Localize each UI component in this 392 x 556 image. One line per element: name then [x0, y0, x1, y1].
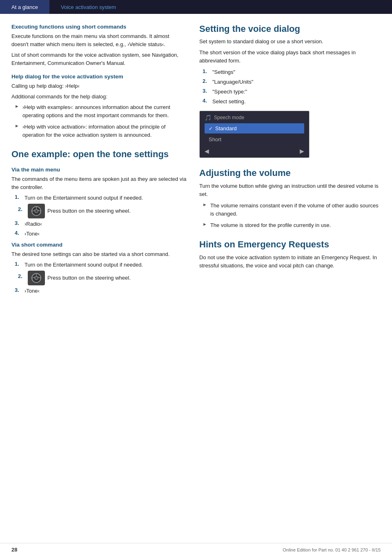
adjusting-volume-desc: Turn the volume button while giving an i… — [199, 182, 381, 198]
section-one-example: One example: open the tone settings Via … — [11, 149, 187, 295]
additional-commands-text: Additional commands for the help dialog: — [11, 93, 187, 101]
step-1b: 1. Turn on the Entertainment sound outpu… — [15, 261, 187, 269]
section-executing-functions: Executing functions using short commands… — [11, 24, 187, 68]
voice-step-3: 3. "Speech type:" — [203, 88, 381, 96]
bullet-help-examples: ► ›Help with examples‹: announces inform… — [15, 103, 187, 120]
section-adjusting-volume: Adjusting the volume Turn the volume but… — [199, 168, 381, 229]
setting-voice-para2: The short version of the voice dialog pl… — [199, 49, 381, 65]
setting-voice-dialog-title: Setting the voice dialog — [199, 24, 381, 34]
footer: 28 Online Edition for Part no. 01 40 2 9… — [0, 543, 392, 556]
via-short-command-title: Via short command — [11, 242, 187, 248]
executing-functions-para2: List of short commands for the voice act… — [11, 51, 187, 67]
step-3b: 3. ›Tone‹ — [15, 287, 187, 295]
svg-text:((*: ((* — [35, 210, 37, 212]
svg-text:((*: ((* — [35, 277, 37, 279]
speech-mode-options: Standard Short — [205, 123, 304, 145]
speech-mode-title: 🎵 Speech mode — [205, 114, 304, 121]
nav-arrow-left: ◀ — [205, 148, 209, 154]
setting-voice-steps: 1. "Settings" 2. "Language/Units" 3. "Sp… — [203, 68, 381, 106]
steering-wheel-button-icon-2: ((* — [28, 271, 45, 285]
bullet-help-voice: ► ›Help with voice activation‹: informat… — [15, 123, 187, 139]
bullet-help-voice-text: ›Help with voice activation‹: informatio… — [22, 123, 187, 139]
volume-bullet-icon-2: ► — [203, 222, 207, 227]
footer-info: Online Edition for Part no. 01 40 2 961 … — [283, 547, 381, 552]
section-setting-voice-dialog: Setting the voice dialog Set system to s… — [199, 24, 381, 158]
right-column: Setting the voice dialog Set system to s… — [199, 24, 381, 297]
step-4a: 4. ›Tone‹ — [15, 230, 187, 238]
nav-arrows: ◀ ▶ — [205, 148, 304, 154]
voice-step-2: 2. "Language/Units" — [203, 78, 381, 86]
header: At a glance Voice activation system — [0, 0, 392, 14]
volume-bullet-2: ► The volume is stored for the profile c… — [203, 221, 381, 229]
step-3a: 3. ›Radio‹ — [15, 220, 187, 228]
speech-mode-display: 🎵 Speech mode Standard Short ◀ ▶ — [199, 111, 310, 158]
via-short-command-steps: 1. Turn on the Entertainment sound outpu… — [15, 261, 187, 295]
tab-voice-activation[interactable]: Voice activation system — [49, 0, 127, 14]
volume-bullet-1-text: The volume remains constant even if the … — [210, 202, 381, 218]
emergency-requests-desc: Do not use the voice activation system t… — [199, 254, 381, 270]
volume-bullet-1: ► The volume remains constant even if th… — [203, 202, 381, 218]
via-main-menu-steps: 1. Turn on the Entertainment sound outpu… — [15, 194, 187, 238]
step-1a: 1. Turn on the Entertainment sound outpu… — [15, 194, 187, 202]
speech-option-short: Short — [205, 134, 304, 145]
voice-step-4: 4. Select setting. — [203, 98, 381, 106]
section-help-dialog: Help dialog for the voice activation sys… — [11, 73, 187, 140]
voice-step-1: 1. "Settings" — [203, 68, 381, 76]
volume-bullet-2-text: The volume is stored for the profile cur… — [210, 221, 331, 229]
left-column: Executing functions using short commands… — [11, 24, 187, 297]
page-number: 28 — [11, 547, 17, 553]
executing-functions-title: Executing functions using short commands — [11, 24, 187, 30]
via-short-command-desc: The desired tone settings can also be st… — [11, 250, 187, 258]
setting-voice-para1: Set system to standard dialog or use a s… — [199, 38, 381, 46]
volume-bullet-icon-1: ► — [203, 202, 207, 207]
adjusting-volume-title: Adjusting the volume — [199, 168, 381, 178]
tab-at-a-glance[interactable]: At a glance — [0, 0, 49, 14]
bullet-icon-2: ► — [15, 123, 19, 128]
bullet-icon-1: ► — [15, 104, 19, 109]
step-2b: 2. ((* Press button — [18, 271, 187, 285]
executing-functions-para1: Execute functions on the main menu via s… — [11, 32, 187, 49]
step-2a: 2. ((* Press button — [18, 204, 187, 218]
via-main-menu-title: Via the main menu — [11, 167, 187, 173]
help-dialog-title: Help dialog for the voice activation sys… — [11, 73, 187, 80]
main-content: Executing functions using short commands… — [0, 14, 392, 321]
emergency-requests-title: Hints on Emergency Requests — [199, 239, 381, 250]
bullet-help-examples-text: ›Help with examples‹: announces informat… — [22, 103, 187, 120]
via-main-menu-desc: The commands of the menu items are spoke… — [11, 175, 187, 191]
one-example-title: One example: open the tone settings — [11, 149, 187, 160]
section-emergency-requests: Hints on Emergency Requests Do not use t… — [199, 239, 381, 270]
calling-up-text: Calling up help dialog: ›Help‹ — [11, 82, 187, 90]
nav-arrow-right: ▶ — [300, 148, 304, 154]
steering-wheel-button-icon-1: ((* — [28, 204, 45, 218]
speech-option-standard: Standard — [205, 123, 304, 133]
